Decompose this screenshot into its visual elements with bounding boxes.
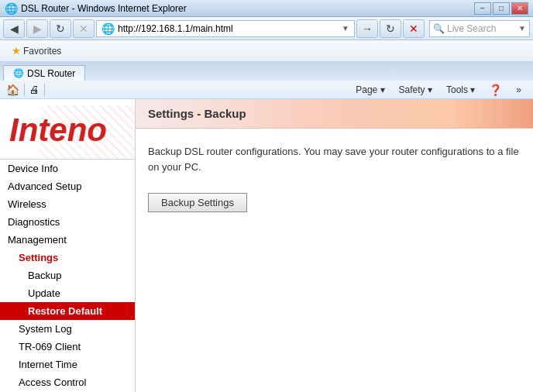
more-button[interactable]: » [511, 83, 527, 97]
window-title: DSL Router - Windows Internet Explorer [21, 3, 474, 14]
content-header: Settings - Backup [136, 99, 533, 129]
refresh2-button[interactable]: ↻ [380, 19, 401, 38]
sidebar-item-device-info[interactable]: Device Info [0, 160, 135, 177]
logo-area: Inteno [0, 105, 135, 160]
safety-menu[interactable]: Safety ▾ [394, 83, 438, 97]
browser-tab[interactable]: 🌐 DSL Router [3, 65, 85, 81]
favorites-button[interactable]: ★ Favorites [6, 43, 67, 59]
content-description: Backup DSL router configurations. You ma… [148, 144, 521, 174]
sidebar-item-access-control[interactable]: Access Control [0, 373, 135, 391]
sidebar-item-internet-time[interactable]: Internet Time [0, 356, 135, 373]
tab-bar: 🌐 DSL Router [0, 62, 533, 81]
sidebar: Inteno Device Info Advanced Setup Wirele… [0, 99, 136, 392]
sidebar-item-settings[interactable]: Settings [0, 249, 135, 266]
back-button[interactable]: ◀ [3, 19, 25, 38]
page-menu[interactable]: Page ▾ [350, 83, 390, 97]
sidebar-item-restore-default[interactable]: Restore Default [0, 302, 135, 320]
content-body: Backup DSL router configurations. You ma… [136, 129, 533, 228]
logo-text: Inteno [0, 105, 135, 155]
bookmarks-bar: ★ Favorites [0, 40, 533, 62]
tab-label: DSL Router [27, 68, 75, 79]
content-area: Settings - Backup Backup DSL router conf… [136, 99, 533, 392]
toolbar-divider [24, 84, 25, 96]
address-dropdown-icon[interactable]: ▼ [342, 24, 349, 33]
search-dropdown-icon[interactable]: ▼ [518, 24, 526, 33]
sidebar-item-tr069[interactable]: TR-069 Client [0, 338, 135, 356]
backup-settings-button[interactable]: Backup Settings [148, 193, 247, 212]
search-input[interactable]: Live Search [447, 23, 518, 34]
sidebar-item-system-log[interactable]: System Log [0, 320, 135, 338]
sidebar-item-backup[interactable]: Backup [0, 266, 135, 284]
sidebar-item-management[interactable]: Management [0, 231, 135, 249]
help-button[interactable]: ❓ [483, 82, 507, 98]
sidebar-item-wireless[interactable]: Wireless [0, 195, 135, 213]
navigation-bar: ◀ ▶ ↻ ✕ 🌐 http://192.168.1.1/main.html ▼… [0, 17, 533, 40]
tools-menu[interactable]: Tools ▾ [441, 83, 480, 97]
toolbar-divider2 [44, 84, 45, 96]
restore-button[interactable]: □ [493, 2, 510, 15]
favorites-label: Favorites [23, 46, 61, 57]
toolbar: 🏠 🖨 Page ▾ Safety ▾ Tools ▾ ❓ » [0, 81, 533, 99]
search-icon: 🔍 [433, 23, 445, 34]
stop2-button[interactable]: ✕ [403, 19, 425, 38]
print-icon[interactable]: 🖨 [29, 84, 40, 95]
search-box[interactable]: 🔍 Live Search ▼ [429, 20, 530, 37]
title-bar: 🌐 DSL Router - Windows Internet Explorer… [0, 0, 533, 17]
browser-icon: 🌐 [5, 2, 18, 15]
sidebar-item-diagnostics[interactable]: Diagnostics [0, 213, 135, 231]
sidebar-item-advanced-setup[interactable]: Advanced Setup [0, 177, 135, 195]
sidebar-item-update[interactable]: Update [0, 284, 135, 302]
forward-button[interactable]: ▶ [26, 19, 48, 38]
minimize-button[interactable]: − [474, 2, 491, 15]
navigate-button[interactable]: → [356, 19, 378, 38]
address-icon: 🌐 [101, 22, 115, 35]
address-text: http://192.168.1.1/main.html [118, 23, 339, 34]
home-icon[interactable]: 🏠 [6, 84, 19, 96]
window-controls: − □ ✕ [474, 2, 528, 15]
close-button[interactable]: ✕ [511, 2, 528, 15]
address-bar[interactable]: 🌐 http://192.168.1.1/main.html ▼ [96, 20, 355, 37]
tab-icon: 🌐 [13, 68, 24, 78]
star-icon: ★ [12, 45, 21, 57]
stop-button[interactable]: ✕ [73, 19, 95, 38]
refresh-button[interactable]: ↻ [50, 19, 71, 38]
main-area: Inteno Device Info Advanced Setup Wirele… [0, 99, 533, 392]
